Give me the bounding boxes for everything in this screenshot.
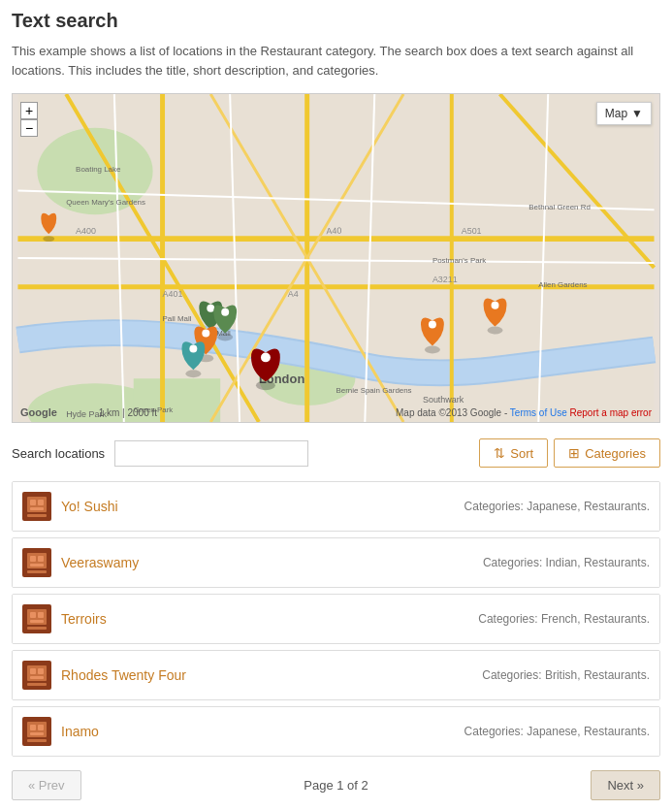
svg-text:A400: A400: [76, 226, 96, 236]
next-button[interactable]: Next »: [591, 770, 660, 800]
svg-point-40: [217, 334, 233, 341]
svg-text:Bernie Spain Gardens: Bernie Spain Gardens: [336, 386, 412, 395]
location-border-4: InamoCategories: Japanese, Restaurants.: [12, 706, 660, 757]
location-categories: Categories: Indian, Restaurants.: [483, 556, 650, 569]
location-thumbnail: [22, 604, 51, 633]
location-name: Rhodes Twenty Four: [61, 667, 482, 683]
location-border-3: Rhodes Twenty FourCategories: British, R…: [12, 650, 660, 700]
location-thumbnail: [22, 548, 51, 577]
svg-point-39: [207, 305, 214, 312]
svg-point-41: [221, 308, 229, 316]
svg-rect-83: [30, 732, 44, 735]
list-item[interactable]: InamoCategories: Japanese, Restaurants.: [13, 707, 659, 756]
svg-rect-68: [27, 627, 47, 630]
categories-icon: ⊞: [568, 445, 580, 461]
svg-text:A3211: A3211: [432, 275, 458, 284]
svg-point-43: [202, 330, 209, 338]
svg-point-45: [189, 344, 197, 352]
location-list: Yo! SushiCategories: Japanese, Restauran…: [12, 481, 660, 757]
location-border-2: TerroirsCategories: French, Restaurants.: [12, 594, 660, 644]
svg-rect-64: [38, 556, 44, 562]
svg-rect-59: [30, 507, 44, 510]
location-categories: Categories: British, Restaurants.: [482, 668, 650, 682]
svg-rect-81: [30, 725, 36, 730]
page-info: Page 1 of 2: [304, 778, 368, 793]
svg-point-50: [488, 327, 503, 335]
svg-rect-63: [30, 556, 36, 562]
sort-label: Sort: [510, 446, 533, 461]
location-categories: Categories: Japanese, Restaurants.: [464, 725, 650, 738]
google-logo: Google: [20, 406, 57, 418]
svg-rect-74: [27, 683, 47, 686]
map-scale-label: 1 km | 2000 ft: [99, 407, 157, 418]
svg-text:Allen Gardens: Allen Gardens: [538, 280, 587, 289]
location-border-0: Yo! SushiCategories: Japanese, Restauran…: [12, 481, 660, 532]
svg-rect-71: [30, 620, 44, 623]
svg-rect-65: [30, 564, 44, 567]
svg-rect-62: [27, 570, 47, 573]
location-border-1: VeeraswamyCategories: Indian, Restaurant…: [12, 537, 660, 588]
svg-text:Queen Mary's Gardens: Queen Mary's Gardens: [66, 198, 145, 207]
svg-point-52: [43, 236, 54, 242]
location-categories: Categories: French, Restaurants.: [478, 612, 650, 626]
svg-point-51: [492, 302, 499, 309]
categories-button[interactable]: ⊞ Categories: [554, 438, 660, 468]
zoom-out-button[interactable]: −: [20, 119, 38, 137]
svg-text:A4: A4: [288, 289, 299, 299]
map-type-label: Map: [605, 107, 627, 120]
svg-point-47: [261, 352, 271, 362]
svg-rect-69: [30, 612, 36, 618]
location-thumbnail: [22, 661, 51, 690]
svg-point-46: [256, 380, 275, 390]
svg-rect-82: [38, 725, 44, 730]
pagination: « Prev Page 1 of 2 Next »: [12, 766, 660, 804]
svg-rect-56: [27, 514, 47, 517]
svg-text:Southwark: Southwark: [423, 395, 464, 405]
map-svg: A40 A501 A400 A4 A401 A3211 London Hyde …: [13, 94, 659, 422]
report-link[interactable]: Report a map error: [570, 407, 652, 418]
map-data-label: Map data ©2013 Google: [396, 407, 501, 418]
location-name: Inamo: [61, 724, 464, 739]
svg-rect-57: [30, 500, 36, 505]
svg-point-44: [185, 370, 201, 377]
list-item[interactable]: Yo! SushiCategories: Japanese, Restauran…: [13, 482, 659, 531]
svg-rect-58: [38, 500, 44, 505]
map-container: A40 A501 A400 A4 A401 A3211 London Hyde …: [12, 93, 660, 423]
svg-point-49: [429, 321, 436, 329]
map-attribution: Google 1 km | 2000 ft Map data ©2013 Goo…: [13, 406, 659, 418]
svg-point-48: [425, 345, 440, 353]
location-name: Terroirs: [61, 611, 478, 627]
svg-text:A501: A501: [462, 226, 482, 236]
search-bar: Search locations ⇅ Sort ⊞ Categories: [12, 438, 660, 468]
zoom-in-button[interactable]: +: [20, 102, 38, 119]
page-title: Text search: [12, 10, 660, 32]
list-item[interactable]: TerroirsCategories: French, Restaurants.: [13, 595, 659, 643]
svg-rect-70: [38, 612, 44, 618]
location-thumbnail: [22, 492, 51, 521]
map-zoom-controls[interactable]: + −: [20, 102, 38, 137]
map-type-button[interactable]: Map ▼: [596, 102, 652, 125]
sort-button[interactable]: ⇅ Sort: [479, 438, 548, 468]
svg-rect-75: [30, 668, 36, 674]
location-name: Veeraswamy: [61, 555, 483, 570]
chevron-down-icon: ▼: [631, 107, 643, 120]
page-description: This example shows a list of locations i…: [12, 42, 660, 80]
terms-link[interactable]: Terms of Use: [510, 407, 567, 418]
svg-text:Bethnal Green Rd: Bethnal Green Rd: [528, 203, 591, 211]
search-actions: ⇅ Sort ⊞ Categories: [479, 438, 660, 468]
prev-button[interactable]: « Prev: [12, 770, 81, 800]
svg-text:Pall Mall: Pall Mall: [163, 314, 192, 323]
sort-icon: ⇅: [494, 445, 505, 461]
svg-text:Postman's Park: Postman's Park: [432, 256, 486, 265]
svg-text:Boating Lake: Boating Lake: [76, 165, 121, 174]
svg-rect-77: [30, 676, 44, 679]
list-item[interactable]: VeeraswamyCategories: Indian, Restaurant…: [13, 538, 659, 587]
svg-text:A401: A401: [163, 289, 183, 299]
list-item[interactable]: Rhodes Twenty FourCategories: British, R…: [13, 651, 659, 699]
svg-text:A40: A40: [326, 226, 341, 237]
location-categories: Categories: Japanese, Restaurants.: [464, 500, 650, 513]
svg-rect-76: [38, 668, 44, 674]
search-label: Search locations: [12, 446, 105, 461]
categories-label: Categories: [585, 446, 646, 461]
search-input[interactable]: [114, 440, 308, 467]
